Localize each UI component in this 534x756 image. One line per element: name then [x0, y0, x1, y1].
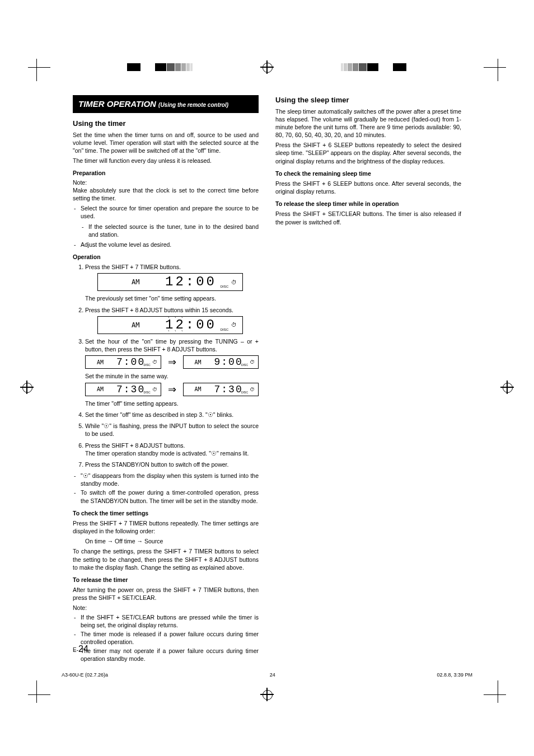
clock-icon: ⏱ [231, 279, 237, 287]
release-sleep-heading: To release the sleep timer while in oper… [275, 200, 461, 208]
crop-marks-bottom [0, 678, 534, 711]
lcd-display-2: ˴ ˴ ˴ AM 12:00 DISC ⏱ ˴ ˴ ˴ [97, 316, 243, 334]
check-timer-para: Press the SHIFT + 7 TIMER buttons repeat… [73, 519, 259, 535]
footer-timestamp: 02.8.8, 3:39 PM [437, 672, 472, 678]
registration-mark-left [20, 381, 34, 394]
using-timer-para2: The timer will function every day unless… [73, 157, 259, 165]
op-step-2: Press the SHIFT + 8 ADJUST buttons withi… [85, 306, 259, 334]
page-number: E-24 [73, 644, 88, 654]
release-timer-heading: To release the timer [73, 576, 259, 584]
footer-filename: A3-60U-E (02.7.26)a [62, 672, 108, 678]
hash-marks-right [341, 63, 407, 71]
op-step-3: Set the hour of the "on" time by pressin… [85, 337, 259, 407]
check-timer-para2: To change the settings, press the SHIFT … [73, 547, 259, 571]
lcd-row-hour: AM7:00DISC⏱ ⇒ AM9:00DISC⏱ [85, 355, 259, 369]
registration-mark-top [260, 60, 274, 74]
lcd-time: 12:00 [165, 273, 217, 291]
op-set-minute: Set the minute in the same way. [85, 372, 259, 380]
preparation-note: Make absolutely sure that the clock is s… [73, 186, 259, 202]
lcd-disc-label: DISC [221, 284, 228, 289]
page: TIMER OPERATION (Using the remote contro… [0, 0, 534, 756]
preparation-heading: Preparation [73, 169, 259, 177]
op-step-1-after: The previously set timer "on" time setti… [85, 295, 216, 302]
operation-heading: Operation [73, 253, 259, 261]
release-timer-para: After turning the power on, press the SH… [73, 586, 259, 602]
release-note-1: If the SHIFT + SET/CLEAR buttons are pre… [73, 613, 259, 629]
op-step-6-sub: The timer operation standby mode is acti… [85, 450, 249, 457]
op-step-4: Set the timer "off" time as described in… [85, 411, 259, 419]
op-step-6: Press the SHIFT + 8 ADJUST buttons. The … [85, 442, 259, 457]
check-sleep-para: Press the SHIFT + 6 SLEEP buttons once. … [275, 180, 461, 195]
section-subtitle: (Using the remote control) [158, 102, 228, 108]
footer-slug: A3-60U-E (02.7.26)a 24 02.8.8, 3:39 PM [62, 672, 472, 678]
crop-marks-top [0, 50, 534, 84]
sleep-timer-para1: The sleep timer automatically switches o… [275, 107, 461, 139]
corner-bottom-right [484, 680, 512, 708]
timer-sequence: On time → Off time → Source [85, 537, 259, 545]
release-note-2: The timer mode is released if a power fa… [73, 630, 259, 646]
op-step-7: Press the STANDBY/ON button to switch of… [85, 461, 259, 468]
arrow-icon: ⇒ [166, 383, 179, 396]
arrow-icon: ⇒ [166, 355, 179, 369]
lcd-display-1: AM 12:00 DISC ⏱ [97, 273, 243, 291]
check-timer-heading: To check the timer settings [73, 509, 259, 517]
check-sleep-heading: To check the remaining sleep time [275, 170, 461, 177]
release-note-label: Note: [73, 604, 259, 612]
lcd-ampm: AM [132, 279, 139, 285]
section-title: TIMER OPERATION [78, 99, 156, 109]
footer-page: 24 [270, 672, 275, 678]
op-off-appears: The timer "off" time setting appears. [85, 400, 259, 407]
sleep-timer-heading: Using the sleep timer [275, 95, 461, 105]
right-column: Using the sleep timer The sleep timer au… [275, 95, 461, 661]
corner-top-left [22, 53, 50, 81]
using-timer-heading: Using the timer [73, 119, 259, 129]
corner-top-right [484, 53, 512, 81]
hash-marks-left [127, 63, 193, 71]
op-note-1: "☉" disappears from the display when thi… [73, 472, 259, 487]
note-label: Note: [73, 179, 259, 186]
using-timer-para1: Set the time when the timer turns on and… [73, 131, 259, 155]
op-note-2: To switch off the power during a timer-c… [73, 489, 259, 504]
op-step-1: Press the SHIFT + 7 TIMER buttons. AM 12… [85, 263, 259, 302]
registration-mark-right [500, 381, 514, 394]
release-sleep-para: Press the SHIFT + SET/CLEAR buttons. The… [275, 210, 461, 226]
content-area: TIMER OPERATION (Using the remote contro… [73, 95, 461, 661]
left-column: TIMER OPERATION (Using the remote contro… [73, 95, 259, 661]
section-title-bar: TIMER OPERATION (Using the remote contro… [73, 95, 259, 113]
corner-bottom-left [22, 680, 50, 708]
prep-item-1: Select the source for timer operation an… [73, 204, 259, 238]
sleep-timer-para2: Press the SHIFT + 6 SLEEP buttons repeat… [275, 141, 461, 165]
flash-ticks-bottom: ˴ ˴ ˴ [168, 328, 185, 336]
op-step-5: While "☉" is flashing, press the INPUT b… [85, 422, 259, 438]
clock-icon: ⏱ [231, 321, 237, 329]
prep-item-1a: If the selected source is the tuner, tun… [81, 223, 259, 238]
registration-mark-bottom [260, 688, 274, 701]
release-note-3: The timer may not operate if a power fai… [73, 647, 259, 663]
prep-item-2: Adjust the volume level as desired. [73, 241, 259, 248]
lcd-row-minute: AM7:30DISC⏱ ⇒ AM7:30DISC⏱ [85, 383, 259, 396]
